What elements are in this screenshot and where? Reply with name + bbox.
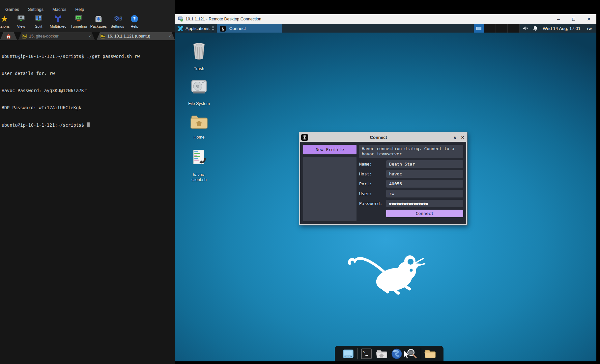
keyboard-layout-indicator[interactable] (474, 24, 484, 33)
tab-label: 15. gitea-docker (29, 34, 59, 39)
toolbar-split-button[interactable]: Split (30, 13, 47, 28)
home-icon (6, 34, 11, 39)
tab-10-1-1-121[interactable]: 16. 10.1.1.121 (ubuntu) × (97, 32, 175, 40)
user-label: User: (359, 191, 386, 196)
havoc-icon (301, 134, 308, 141)
toolbar-settings-button[interactable]: ⚙⚙ Settings (108, 13, 127, 28)
dialog-shade-icon[interactable]: ∧ (453, 135, 456, 140)
connection-form: Havoc connection dialog. Connect to a ha… (359, 145, 463, 221)
tab-close-icon[interactable]: × (168, 34, 171, 39)
tab-gitea-docker[interactable]: 15. gitea-docker × (18, 32, 95, 40)
desktop-icon-file-system[interactable]: File System (181, 73, 217, 106)
password-field[interactable]: ●●●●●●●●●●●●●●●● (386, 200, 463, 207)
xubuntu-mouse-logo (346, 247, 425, 296)
keyboard-layout-icon (476, 27, 481, 30)
toolbar-view-button[interactable]: View (13, 13, 30, 28)
web-browser-icon[interactable] (390, 348, 403, 360)
taskbar-connect-button[interactable]: Connect (217, 24, 282, 33)
mobaxterm-tabbar: 15. gitea-docker × 16. 10.1.1.121 (ubunt… (0, 32, 175, 40)
file-manager-icon[interactable] (375, 348, 388, 360)
panel-clock[interactable]: Wed 14 Aug, 17:01 (543, 26, 581, 31)
dialog-close-icon[interactable]: ✕ (461, 135, 464, 140)
port-field[interactable]: 40056 (386, 180, 463, 188)
systray-area[interactable] (484, 24, 520, 33)
xfce-desktop[interactable]: Trash File System H (175, 33, 596, 361)
form-row: Port: 40056 (359, 180, 463, 188)
tunneling-monitor-icon (74, 13, 83, 24)
panel-handle[interactable] (212, 25, 214, 31)
notification-bell-icon[interactable] (533, 26, 538, 31)
xfce-panel: Applications Connect Wed 14 Aug, 17:01 r… (175, 24, 596, 33)
host-field[interactable]: havoc (386, 170, 463, 178)
menu-macros[interactable]: Macros (52, 7, 67, 12)
hard-drive-icon (190, 78, 208, 95)
applications-label: Applications (186, 26, 210, 31)
desktop-icon-havoc-client[interactable]: havoc- client.sh (181, 144, 217, 182)
dialog-titlebar[interactable]: Connect ∧ ✕ (300, 133, 466, 142)
form-row: User: rw (359, 190, 463, 197)
name-label: Name: (359, 162, 386, 167)
havoc-icon (220, 26, 226, 32)
password-label: Password: (359, 201, 386, 206)
show-desktop-icon[interactable] (342, 348, 355, 360)
svg-text:?: ? (133, 16, 136, 21)
home-folder-icon (190, 114, 208, 129)
terminal-line: Havoc Password: ayq3KU@1zN6!a7Kr (2, 88, 175, 93)
port-label: Port: (359, 181, 386, 186)
toolbar-tunneling-button[interactable]: Tunneling (69, 13, 89, 28)
info-box: Havoc connection dialog. Connect to a ha… (359, 145, 463, 158)
terminal-launcher-icon[interactable]: $ (360, 348, 373, 360)
packages-box-icon (94, 13, 103, 24)
dialog-title: Connect (308, 135, 449, 140)
rdp-window-title: 10.1.1.121 - Remote Desktop Connection (186, 17, 261, 21)
desktop-icon-label: File System (188, 101, 210, 106)
split-panes-icon (34, 13, 43, 24)
rdp-app-icon (178, 16, 183, 22)
menu-help[interactable]: Help (75, 7, 84, 12)
desktop-icon-home[interactable]: Home (181, 109, 217, 140)
rdp-titlebar[interactable]: 10.1.1.121 - Remote Desktop Connection –… (175, 14, 596, 24)
panel-username: rw (587, 26, 592, 31)
form-row: Name: Death Star (359, 160, 463, 168)
close-button[interactable]: ✕ (581, 16, 596, 22)
applications-menu-button[interactable]: Applications (175, 24, 212, 33)
menu-games[interactable]: Games (5, 7, 19, 12)
desktop-icon-trash[interactable]: Trash (181, 37, 217, 71)
trash-icon (191, 42, 207, 61)
sessions-star-icon: ★ (0, 13, 8, 24)
mobaxterm-toolbar: ★ ssions View Split MultiExec (0, 13, 142, 28)
desktop-icon-label: Home (193, 135, 204, 140)
terminal-output[interactable]: ubuntu@ip-10-1-1-121:~/scripts$ ./get_pa… (0, 40, 175, 364)
user-field[interactable]: rw (386, 190, 463, 197)
xfce-logo-icon (178, 26, 183, 31)
toolbar-help-button[interactable]: ? Help (127, 13, 142, 28)
minimize-button[interactable]: – (551, 16, 566, 22)
key-icon (22, 34, 27, 39)
terminal-line: RDP Password: wTi17AilU6CleKgk (2, 105, 175, 111)
panel-tray: Wed 14 Aug, 17:01 rw (474, 24, 596, 33)
rdp-window: 10.1.1.121 - Remote Desktop Connection –… (175, 14, 596, 361)
name-field[interactable]: Death Star (386, 160, 463, 168)
dock: $ (335, 346, 443, 361)
menu-settings[interactable]: Settings (28, 7, 43, 12)
new-profile-button[interactable]: New Profile (303, 145, 357, 154)
maximize-button[interactable]: □ (566, 16, 581, 22)
profile-list[interactable] (303, 157, 357, 221)
toolbar-packages-button[interactable]: Packages (89, 13, 108, 28)
tab-close-icon[interactable]: × (88, 34, 91, 39)
key-icon (100, 34, 105, 39)
folder-launcher-icon[interactable] (424, 348, 436, 360)
volume-muted-icon[interactable] (523, 26, 529, 31)
home-tab[interactable] (0, 32, 17, 40)
form-row: Connect (359, 209, 463, 217)
connect-button[interactable]: Connect (386, 210, 463, 217)
screen: Games Settings Macros Help ★ ssions View… (0, 0, 600, 364)
terminal-cursor (87, 122, 90, 127)
form-row: Host: havoc (359, 170, 463, 178)
mobaxterm-window: Games Settings Macros Help ★ ssions View… (0, 0, 175, 364)
mouse-pointer (403, 350, 410, 360)
help-question-icon: ? (130, 13, 138, 24)
toolbar-sessions-button[interactable]: ★ ssions (0, 13, 13, 28)
toolbar-multiexec-button[interactable]: MultiExec (47, 13, 69, 28)
desktop-icon-label: Trash (194, 66, 204, 71)
